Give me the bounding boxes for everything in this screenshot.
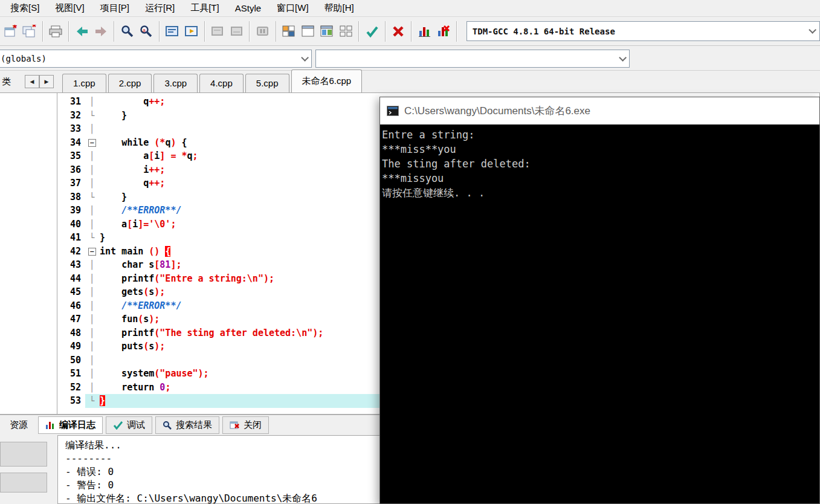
- undo-button[interactable]: [73, 20, 91, 43]
- fold-marker: │: [85, 204, 98, 218]
- line-number: 51: [57, 367, 85, 381]
- toolbar-separator: [42, 21, 44, 42]
- line-number: 44: [57, 272, 85, 286]
- tab-5cpp[interactable]: 5.cpp: [245, 74, 289, 92]
- console-title-bar[interactable]: C:\Users\wangy\Documents\未命名6.exe: [380, 97, 819, 124]
- menu-item[interactable]: 窗口[W]: [269, 1, 317, 16]
- save-button[interactable]: *: [2, 20, 19, 43]
- compile-run-button[interactable]: [209, 20, 227, 43]
- tab-1cpp[interactable]: 1.cpp: [62, 74, 106, 92]
- rebuild-button[interactable]: [228, 20, 245, 43]
- compile-button[interactable]: [164, 20, 181, 43]
- replace-button[interactable]: a: [137, 20, 155, 43]
- compile-run-icon-disabled: [210, 25, 225, 38]
- console-line: ***miss**you: [382, 142, 818, 157]
- menu-item[interactable]: 项目[P]: [92, 1, 137, 16]
- window-layout-4-button[interactable]: [337, 20, 355, 43]
- line-number: 38: [57, 190, 85, 204]
- window-layout-2-button[interactable]: [299, 20, 317, 43]
- syntax-check-button[interactable]: [363, 20, 381, 43]
- tab-3cpp[interactable]: 3.cpp: [153, 74, 198, 92]
- tab-scroll-left-button[interactable]: ◀: [25, 75, 39, 88]
- profile-icon: [418, 25, 432, 38]
- fold-marker: │: [85, 149, 98, 163]
- window-layout-4-icon: [340, 25, 353, 37]
- fold-collapse-icon[interactable]: −: [85, 136, 98, 150]
- tab-2cpp[interactable]: 2.cpp: [108, 74, 152, 92]
- fold-marker: │: [85, 285, 98, 299]
- profile-button[interactable]: [416, 20, 433, 43]
- bottom-tab-debug[interactable]: 调试: [106, 416, 152, 434]
- abort-button[interactable]: [390, 20, 407, 43]
- menu-item[interactable]: 工具[T]: [182, 1, 227, 16]
- debug-check-icon: [113, 421, 123, 430]
- line-number: 42: [57, 245, 85, 259]
- bottom-tab-label: 关闭: [244, 419, 262, 431]
- compiler-select[interactable]: TDM-GCC 4.8.1 64-bit Release: [466, 21, 820, 41]
- fold-marker: └: [85, 231, 98, 245]
- class-browser-combo-row: (globals): [0, 47, 820, 71]
- bottom-tab-resources[interactable]: 资源: [2, 416, 35, 434]
- compile-icon: [165, 25, 179, 38]
- bottom-tab-label: 资源: [10, 419, 28, 431]
- left-panel-tab-class[interactable]: 类: [0, 75, 13, 89]
- triangle-left-icon: ◀: [30, 79, 34, 85]
- line-number: 37: [57, 176, 85, 190]
- members-combo[interactable]: [315, 50, 630, 68]
- bottom-tab-label: 编译日志: [59, 419, 95, 431]
- pause-button[interactable]: [254, 20, 271, 43]
- line-number: 47: [57, 312, 85, 326]
- bottom-tab-label: 调试: [127, 419, 145, 431]
- class-browser-panel[interactable]: [0, 92, 57, 415]
- fold-marker: └: [85, 190, 98, 204]
- tab-unnamed6cpp[interactable]: 未命名6.cpp: [291, 69, 363, 92]
- bottom-tab-compile-log[interactable]: 编译日志: [38, 416, 103, 434]
- tab-scroll-right-button[interactable]: ▶: [39, 75, 54, 88]
- toolbar-separator: [159, 21, 160, 42]
- fold-marker: │: [85, 122, 98, 136]
- svg-text:*: *: [13, 25, 17, 34]
- redo-button[interactable]: [92, 20, 110, 43]
- menu-item[interactable]: AStyle: [227, 1, 269, 15]
- line-number: 50: [57, 354, 85, 367]
- console-icon: [387, 106, 399, 116]
- window-layout-1-icon: [282, 25, 295, 37]
- fold-marker: │: [85, 312, 98, 326]
- line-number: 33: [57, 122, 85, 136]
- window-layout-1-button[interactable]: [280, 20, 298, 43]
- toolbar-separator: [411, 21, 412, 42]
- file-tabs: 1.cpp 2.cpp 3.cpp 4.cpp 5.cpp 未命名6.cpp: [62, 69, 364, 92]
- console-line: 请按任意键继续. . .: [382, 186, 818, 200]
- bottom-tab-close[interactable]: 关闭: [222, 416, 269, 434]
- line-number: 34: [57, 136, 85, 150]
- console-output[interactable]: Entre a string: ***miss**you The sting a…: [380, 124, 819, 503]
- console-line: The sting after deleted:: [382, 157, 818, 171]
- menu-item[interactable]: 搜索[S]: [2, 1, 47, 16]
- pause-icon-disabled: [256, 25, 270, 38]
- find-button[interactable]: [118, 20, 136, 43]
- window-layout-3-button[interactable]: [318, 20, 335, 43]
- line-number: 41: [57, 231, 85, 245]
- line-number: 31: [57, 95, 85, 109]
- syntax-check-icon: [365, 24, 379, 39]
- line-number: 35: [57, 149, 85, 163]
- line-number: 32: [57, 109, 85, 123]
- menu-item[interactable]: 运行[R]: [137, 1, 182, 16]
- save-as-button[interactable]: *: [21, 20, 38, 43]
- fold-marker: │: [85, 163, 98, 177]
- print-button[interactable]: [47, 20, 65, 43]
- line-number: 36: [57, 163, 85, 177]
- undo-icon: [75, 24, 89, 39]
- menu-item[interactable]: 视图[V]: [47, 1, 92, 16]
- menu-item[interactable]: 帮助[H]: [317, 1, 362, 16]
- tab-4cpp[interactable]: 4.cpp: [199, 74, 244, 92]
- profile-delete-button[interactable]: [434, 20, 452, 43]
- editor-tab-row: 类 ◀ ▶ 1.cpp 2.cpp 3.cpp 4.cpp 5.cpp 未命名6…: [0, 71, 820, 92]
- fold-collapse-icon[interactable]: −: [85, 245, 98, 259]
- run-button[interactable]: [182, 20, 200, 43]
- globals-combo[interactable]: (globals): [0, 50, 312, 68]
- fold-marker: │: [85, 176, 98, 190]
- toolbar-separator: [276, 21, 277, 42]
- bottom-tab-search-results[interactable]: 搜索结果: [155, 416, 219, 434]
- fold-marker: │: [85, 326, 98, 340]
